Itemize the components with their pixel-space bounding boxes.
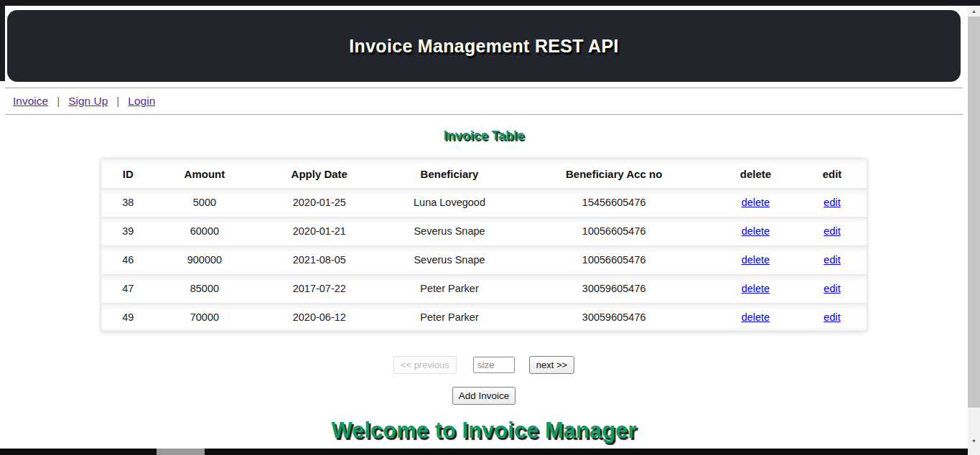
bottom-bar-segment [157, 449, 205, 455]
edit-link[interactable]: edit [823, 254, 840, 266]
delete-link[interactable]: delete [742, 225, 770, 237]
cell-acc-no: 10056605476 [515, 245, 714, 274]
delete-link[interactable]: delete [742, 197, 770, 208]
delete-link[interactable]: delete [742, 311, 770, 323]
edit-link[interactable]: edit [823, 283, 840, 294]
add-invoice-row: Add Invoice [0, 387, 968, 405]
previous-page-button[interactable]: << previous [393, 356, 457, 374]
table-row: 38 5000 2020-01-25 Luna Lovegood 1545660… [101, 188, 867, 217]
nav-link-signup[interactable]: Sign Up [68, 95, 108, 108]
scroll-down-icon[interactable]: ▼ [968, 436, 980, 446]
table-row: 39 60000 2020-01-21 Severus Snape 100566… [101, 217, 867, 245]
cell-apply-date: 2020-01-21 [254, 217, 384, 245]
delete-link[interactable]: delete [742, 283, 770, 294]
page-size-input[interactable] [473, 357, 515, 373]
header-panel: Invoice Management REST API [7, 10, 961, 82]
window-left-edge [0, 0, 5, 81]
invoice-table-heading: Invoice Table [0, 128, 968, 144]
cell-amount: 70000 [155, 303, 255, 332]
scrollbar-thumb[interactable] [968, 17, 980, 408]
invoice-table: ID Amount Apply Date Beneficiary Benefic… [101, 159, 867, 332]
welcome-heading: Welcome to Invoice Manager [0, 418, 968, 444]
next-page-button[interactable]: next >> [529, 356, 574, 374]
cell-beneficiary: Severus Snape [384, 245, 514, 274]
cell-acc-no: 15456605476 [515, 188, 714, 217]
col-header-delete: delete [714, 159, 798, 188]
nav-link-login[interactable]: Login [128, 95, 155, 108]
window-bottom-bar [0, 449, 968, 455]
delete-link[interactable]: delete [742, 254, 770, 266]
col-header-amount: Amount [155, 159, 255, 188]
cell-amount: 60000 [155, 217, 255, 245]
vertical-scrollbar[interactable]: ▲ ▼ [968, 6, 980, 455]
cell-beneficiary: Luna Lovegood [384, 188, 514, 217]
add-invoice-button[interactable]: Add Invoice [452, 387, 516, 405]
scroll-up-icon[interactable]: ▲ [968, 6, 980, 17]
cell-amount: 5000 [155, 188, 255, 217]
cell-acc-no: 30059605476 [515, 303, 714, 332]
nav-link-invoice[interactable]: Invoice [13, 95, 48, 108]
edit-link[interactable]: edit [823, 311, 840, 323]
col-header-acc-no: Beneficiary Acc no [515, 159, 714, 188]
cell-apply-date: 2021-08-05 [254, 245, 384, 274]
cell-apply-date: 2020-06-12 [254, 303, 384, 332]
edit-link[interactable]: edit [823, 225, 840, 237]
cell-apply-date: 2020-01-25 [254, 188, 384, 217]
cell-id: 47 [101, 274, 155, 303]
cell-amount: 900000 [155, 245, 255, 274]
col-header-id: ID [101, 159, 155, 188]
cell-beneficiary: Peter Parker [384, 303, 514, 332]
cell-id: 46 [101, 245, 155, 274]
cell-amount: 85000 [155, 274, 255, 303]
page-title: Invoice Management REST API [349, 36, 618, 57]
cell-acc-no: 10056605476 [515, 217, 714, 245]
table-header-row: ID Amount Apply Date Beneficiary Benefic… [101, 159, 867, 188]
col-header-beneficiary: Beneficiary [384, 159, 514, 188]
nav-separator: | [57, 95, 60, 108]
cell-id: 38 [101, 188, 155, 217]
window-top-bar [0, 0, 980, 6]
cell-apply-date: 2017-07-22 [254, 274, 384, 303]
cell-id: 49 [101, 303, 155, 332]
col-header-apply-date: Apply Date [254, 159, 384, 188]
cell-beneficiary: Peter Parker [384, 274, 514, 303]
cell-acc-no: 30059605476 [515, 274, 714, 303]
edit-link[interactable]: edit [823, 197, 840, 208]
table-row: 46 900000 2021-08-05 Severus Snape 10056… [101, 245, 867, 274]
navbar: Invoice | Sign Up | Login [5, 88, 963, 115]
cell-id: 39 [101, 217, 155, 245]
pagination: << previous next >> [0, 356, 968, 374]
cell-beneficiary: Severus Snape [384, 217, 514, 245]
nav-separator: | [116, 95, 119, 108]
col-header-edit: edit [798, 159, 867, 188]
table-row: 47 85000 2017-07-22 Peter Parker 3005960… [101, 274, 867, 303]
table-row: 49 70000 2020-06-12 Peter Parker 3005960… [101, 303, 867, 332]
